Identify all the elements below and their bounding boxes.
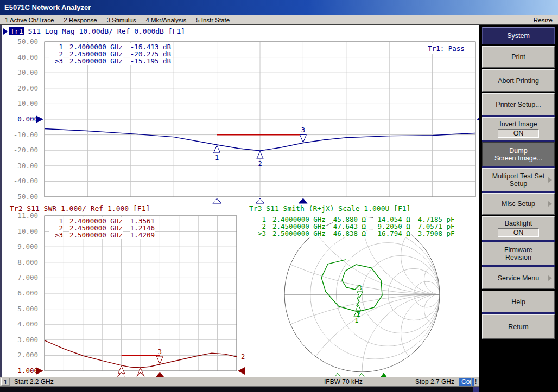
tr1-marker-table: 12.4000000 GHz-16.413 dB22.4500000 GHz-2… [49,43,171,65]
y-axis-label: -40.00 [3,176,40,186]
y-axis-label: 30.00 [3,68,40,78]
svg-text:3: 3 [301,126,305,134]
active-trace-arrow-icon [3,28,8,35]
tr3-marker-table: 12.4000000 GHz45.880 Ω-14.054 Ω4.7185 pF… [252,216,455,237]
tr1-header: Tr1 S11 Log Mag 10.00dB/ Ref 0.000dB [F1… [3,27,185,35]
y-axis-label: 5.000 [3,304,40,314]
softkey-abort-printing[interactable]: Abort Printing [482,69,555,92]
tr2-marker-table: 12.4000000 GHz1.356122.4500000 GHz1.2146… [49,217,155,239]
y-axis-label: 40.00 [3,53,40,62]
tr1-format-text: S11 Log Mag 10.00dB/ Ref 0.000dB [F1] [28,27,185,35]
channel-indicator: 1 [1,378,10,386]
softkey-printer-setup[interactable]: Printer Setup... [482,93,555,115]
svg-text:3: 3 [358,284,362,292]
softkey-backlight[interactable]: Backlight ON [482,216,555,240]
menu-items: 1 Active Ch/Trace2 Response3 Stimulus4 M… [0,17,234,23]
tr3-smith-chart[interactable]: 123 [284,217,440,372]
invert-image-state-toggle[interactable]: ON [498,129,539,138]
tr1-tab[interactable]: Tr1 [9,27,24,35]
resize-button[interactable]: Resize [528,17,558,23]
y-axis-label: 50.00 [3,37,40,47]
softkey-service-menu[interactable]: Service Menu [482,267,555,289]
submenu-arrow-icon [548,177,552,183]
softkey-return[interactable]: Return [482,314,555,339]
y-axis-label: 0.000 [3,114,40,124]
instrument-screen: E5071C Network Analyzer 1 Active Ch/Trac… [0,0,558,392]
status-bar: 1 Start 2.2 GHz IFBW 70 kHz Stop 2.7 GHz… [0,377,479,387]
limit-test-result: Tr1: Pass [418,43,474,54]
stop-frequency: Stop 2.7 GHz [415,378,454,386]
y-axis-label: 7.000 [3,273,40,282]
svg-text:2: 2 [356,311,360,318]
menu-item[interactable]: 5 Instr State [191,17,234,23]
svg-text:3: 3 [158,348,162,356]
y-axis-label: -10.00 [3,130,40,140]
svg-text:2: 2 [241,353,245,361]
softkey-misc-setup[interactable]: Misc Setup [482,193,555,215]
ifbw-indicator: IFBW 70 kHz [324,378,363,386]
softkey-invert-image[interactable]: Invert Image ON [482,117,555,140]
softkey-multiport-test-set-setup[interactable]: Multiport Test Set Setup [482,168,555,191]
tr2-y-axis: 11.0010.009.0008.0007.0006.0005.0004.000… [3,211,40,376]
y-axis-label: -30.00 [3,161,40,171]
tr3-format-text: Tr3 S11 Smith (R+jX) Scale 1.000U [F1] [249,204,410,213]
y-axis-label: 10.00 [3,227,40,236]
y-axis-label: 9.000 [3,242,40,252]
y-axis-label: 3.000 [3,335,40,345]
y-axis-label: 11.00 [3,211,40,221]
softkey-print[interactable]: Print [482,46,555,68]
backlight-state-toggle[interactable]: ON [498,228,539,237]
y-axis-label: 8.000 [3,258,40,267]
menu-item[interactable]: 4 Mkr/Analysis [141,17,191,23]
svg-text:1: 1 [215,154,219,162]
start-frequency: Start 2.2 GHz [14,378,54,386]
clipped-taskbar [0,387,558,392]
y-axis-label: 10.00 [3,99,40,108]
y-axis-label: 1.000 [3,366,40,376]
y-axis-label: 4.000 [3,319,40,329]
softkey-menu: System Print Abort Printing Printer Setu… [479,25,558,392]
y-axis-label: 6.000 [3,288,40,298]
menu-item[interactable]: 3 Stimulus [102,17,141,23]
marker-row: >32.5000000 GHz1.4209 [49,232,155,239]
tr1-y-axis: 50.0040.0030.0020.0010.000.000-10.00-20.… [3,37,40,202]
tr3-header: Tr3 S11 Smith (R+jX) Scale 1.000U [F1] [249,204,410,213]
window-title: E5071C Network Analyzer [4,3,91,11]
softkey-dump-screen-image[interactable]: Dump Screen Image... [482,142,555,166]
submenu-arrow-icon [548,275,552,281]
window-titlebar: E5071C Network Analyzer [0,0,558,15]
menu-bar: 1 Active Ch/Trace2 Response3 Stimulus4 M… [0,15,558,25]
y-axis-label: -50.00 [3,192,40,202]
y-axis-label: 20.00 [3,83,40,93]
y-axis-label: 2.000 [3,350,40,360]
svg-text:2: 2 [258,160,262,168]
marker-row: >32.5000000 GHz46.838 Ω-16.794 Ω3.7908 p… [252,230,455,237]
softkey-firmware-revision[interactable]: Firmware Revision [482,242,555,265]
softkey-menu-title: System [482,27,555,44]
softkey-help[interactable]: Help [482,291,555,313]
menu-item[interactable]: 1 Active Ch/Trace [0,17,59,23]
submenu-arrow-icon [548,201,552,207]
marker-row: >32.5000000 GHz-15.195 dB [49,57,171,65]
menu-item[interactable]: 2 Response [59,17,102,23]
softkey-filler [482,340,557,392]
display-area: Tr1 S11 Log Mag 10.00dB/ Ref 0.000dB [F1… [0,25,479,377]
y-axis-label: -20.00 [3,145,40,155]
